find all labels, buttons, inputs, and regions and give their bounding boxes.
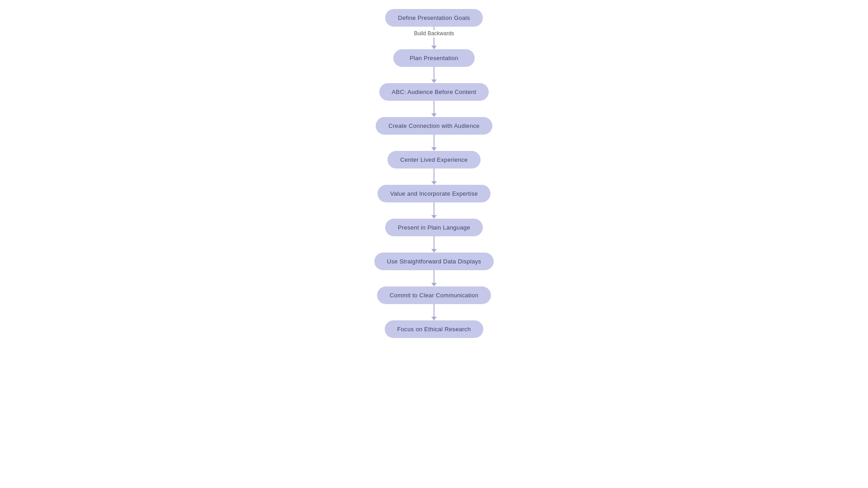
connector-1: Build Backwards	[414, 27, 454, 49]
arrow-down-4	[431, 147, 437, 151]
arrow-down-5	[431, 181, 437, 185]
node-present-plain[interactable]: Present in Plain Language	[385, 219, 483, 236]
connector-8	[431, 270, 437, 286]
connector-label-1: Build Backwards	[414, 30, 454, 37]
arrow-line-bottom-1	[434, 38, 434, 46]
node-value-expertise[interactable]: Value and Incorporate Expertise	[377, 185, 491, 202]
node-clear-communication[interactable]: Commit to Clear Communication	[377, 286, 491, 304]
arrow-line-7	[434, 236, 434, 249]
flowchart: Define Presentation Goals Build Backward…	[374, 0, 494, 338]
connector-9	[431, 304, 437, 320]
node-center-lived[interactable]: Center Lived Experience	[387, 151, 480, 169]
arrow-line-3	[434, 101, 434, 113]
connector-2	[431, 67, 437, 83]
connector-4	[431, 135, 437, 151]
node-straightforward-data[interactable]: Use Straightforward Data Displays	[374, 253, 494, 270]
connector-3	[431, 101, 437, 117]
arrow-down-1	[431, 46, 437, 49]
node-create-connection[interactable]: Create Connection with Audience	[376, 117, 492, 135]
arrow-line-5	[434, 169, 434, 181]
arrow-down-3	[431, 113, 437, 117]
arrow-down-9	[431, 317, 437, 320]
arrow-line-6	[434, 202, 434, 215]
connector-6	[431, 202, 437, 219]
arrow-line-2	[434, 67, 434, 80]
connector-7	[431, 236, 437, 253]
arrow-down-8	[431, 283, 437, 286]
arrow-down-7	[431, 249, 437, 253]
node-define-goals[interactable]: Define Presentation Goals	[385, 9, 482, 27]
arrow-line-9	[434, 304, 434, 317]
arrow-down-6	[431, 215, 437, 219]
arrow-down-2	[431, 80, 437, 83]
node-abc-audience[interactable]: ABC: Audience Before Content	[379, 83, 489, 101]
node-plan-presentation[interactable]: Plan Presentation	[393, 49, 475, 67]
arrow-line-8	[434, 270, 434, 283]
connector-5	[431, 169, 437, 185]
node-ethical-research[interactable]: Focus on Ethical Research	[385, 320, 484, 338]
arrow-line-4	[434, 135, 434, 147]
arrow-line-top-1	[434, 27, 434, 30]
